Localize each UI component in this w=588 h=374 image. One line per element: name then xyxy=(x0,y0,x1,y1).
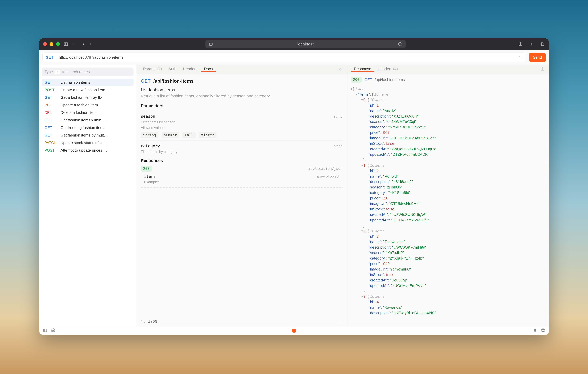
param-category: categorystringFilter items by category xyxy=(141,141,343,156)
route-label: Create a new fashion item xyxy=(61,88,105,92)
docs-heading-path: /api/fashion-items xyxy=(153,78,194,84)
sidebar-route-2[interactable]: GETGet a fashion item by ID xyxy=(42,94,134,101)
export-response-icon[interactable] xyxy=(540,66,546,72)
svg-rect-0 xyxy=(64,43,68,46)
route-method: GET xyxy=(44,133,58,137)
sidebar-route-9[interactable]: POSTAttempt to update prices … xyxy=(42,147,134,154)
route-method: GET xyxy=(44,118,58,122)
format-select[interactable]: JSON xyxy=(148,319,157,324)
json-line: "price": -940 xyxy=(350,261,546,266)
center-panel: Params(2)AuthHeadersDocs GET /api/fashio… xyxy=(136,65,347,326)
site-info-icon[interactable] xyxy=(208,41,214,47)
magic-wand-icon[interactable] xyxy=(338,66,343,72)
json-line: "updatedAt": "xUOnMvttEmPVvh" xyxy=(350,283,546,288)
response-panel: ResponseHeaders(4) 200 GET /api/fashion-… xyxy=(347,65,549,326)
json-line: "createdAt": "hU8WIcSwN0UtgW" xyxy=(350,212,546,217)
json-line: ▾{ 1 item xyxy=(350,86,546,92)
response-tab-headers[interactable]: Headers(4) xyxy=(374,67,401,72)
routes-search-input[interactable]: Type / to search routes xyxy=(42,67,134,76)
tabs-overview-icon[interactable] xyxy=(539,41,545,47)
json-line: "name": "Toluwalase" xyxy=(350,239,546,245)
request-row: GET http://localhost:8787/api/fashion-it… xyxy=(39,50,549,65)
json-line: "name": "Kawanda" xyxy=(350,305,546,310)
route-label: Update stock status of a … xyxy=(61,141,107,145)
docs-title: List fashion items xyxy=(141,87,343,92)
parameters-heading: Parameters xyxy=(141,103,343,108)
svg-rect-9 xyxy=(340,321,342,323)
route-label: Get a fashion item by ID xyxy=(61,95,102,100)
param-type: string xyxy=(334,114,343,119)
maximize-window[interactable] xyxy=(56,42,60,46)
route-method: DEL xyxy=(44,110,58,115)
url-history-chevron-icon[interactable]: ⌃⌄ xyxy=(518,55,523,59)
json-line: "description": "481I6addJ" xyxy=(350,179,546,185)
responses-heading: Responses xyxy=(141,158,343,163)
response-tab-response[interactable]: Response xyxy=(351,67,374,72)
sidebar-route-6[interactable]: GETGet trending fashion items xyxy=(42,124,134,132)
route-method: POST xyxy=(44,88,58,92)
json-line: } xyxy=(350,288,546,294)
response-code-badge: 200 xyxy=(141,166,152,172)
route-label: Get fashion items within … xyxy=(61,118,106,122)
sidebar-toggle-icon[interactable] xyxy=(63,41,69,47)
send-button[interactable]: Send xyxy=(529,53,546,62)
docs-footer: ⌃⌄ JSON xyxy=(136,317,347,326)
panel-toggle-icon[interactable] xyxy=(43,328,47,333)
json-line: "description": "UWC6QKF7mH9d" xyxy=(350,245,546,250)
format-chevron-icon[interactable]: ⌃⌄ xyxy=(140,319,146,324)
request-tab-params[interactable]: Params(2) xyxy=(140,67,165,72)
settings-icon[interactable] xyxy=(51,328,55,333)
request-tab-headers[interactable]: Headers xyxy=(180,67,201,72)
github-icon[interactable] xyxy=(541,328,545,333)
discord-icon[interactable] xyxy=(533,328,537,333)
request-url-input[interactable]: GET http://localhost:8787/api/fashion-it… xyxy=(42,53,526,62)
allowed-value-chip: Fall xyxy=(182,132,196,138)
share-icon[interactable] xyxy=(518,41,523,47)
json-line: "name": "Adaliz" xyxy=(350,108,546,114)
app-status-indicator[interactable] xyxy=(55,329,533,332)
allowed-values-label: Allowed values: xyxy=(141,126,343,130)
search-prefix: Type xyxy=(44,70,53,74)
collapse-caret-icon[interactable]: ▾ xyxy=(361,163,363,168)
sidebar-route-0[interactable]: GETList fashion items xyxy=(42,79,134,86)
slash-key-hint: / xyxy=(55,70,60,74)
sidebar-route-3[interactable]: PUTUpdate a fashion item xyxy=(42,101,134,109)
docs-panel: GET /api/fashion-items List fashion item… xyxy=(136,74,347,317)
collapse-caret-icon[interactable]: ▾ xyxy=(361,229,363,233)
response-summary: 200 GET /api/fashion-items xyxy=(347,74,549,86)
docs-description: Retrieve a list of fashion items, option… xyxy=(141,94,343,99)
response-example-label: Example: xyxy=(144,180,339,184)
param-type: string xyxy=(334,144,343,148)
collapse-caret-icon[interactable]: ▾ xyxy=(361,98,363,102)
copy-icon[interactable] xyxy=(338,319,343,324)
close-window[interactable] xyxy=(43,42,47,46)
sidebar-route-8[interactable]: PATCHUpdate stock status of a … xyxy=(42,139,134,147)
json-line: "updatedAt": "DTZHtA6tnmU2ADK" xyxy=(350,152,546,157)
dropdown-chevron-icon[interactable] xyxy=(72,41,75,47)
svg-point-14 xyxy=(535,330,535,330)
route-method: GET xyxy=(44,126,58,130)
collapse-caret-icon[interactable]: ▾ xyxy=(350,87,353,91)
new-tab-icon[interactable] xyxy=(529,41,534,47)
request-tab-auth[interactable]: Auth xyxy=(165,67,180,72)
json-line: "season": "zjTsbU6" xyxy=(350,185,546,190)
json-line: } xyxy=(350,223,546,228)
json-line: "imageUrl": "OT25dwd4o9M4" xyxy=(350,201,546,206)
sidebar-route-1[interactable]: POSTCreate a new fashion item xyxy=(42,86,134,94)
collapse-caret-icon[interactable]: ▾ xyxy=(361,294,363,299)
reload-icon[interactable] xyxy=(397,41,403,47)
response-json-viewer[interactable]: ▾{ 1 item▾"items": [ 10 items▾0: { 10 it… xyxy=(347,86,549,326)
sidebar-route-4[interactable]: DELDelete a fashion item xyxy=(42,109,134,116)
svg-rect-2 xyxy=(210,43,212,45)
json-line: "description": "gKEwIyBi1eBUHpbXNS" xyxy=(350,310,546,316)
request-tab-docs[interactable]: Docs xyxy=(201,67,216,72)
back-icon[interactable] xyxy=(81,41,86,47)
minimize-window[interactable] xyxy=(50,42,53,46)
request-method-select[interactable]: GET xyxy=(46,55,53,60)
route-method: PUT xyxy=(44,103,58,107)
browser-address-bar[interactable]: localhost xyxy=(205,40,406,48)
collapse-caret-icon[interactable]: ▾ xyxy=(355,92,358,97)
sidebar-route-7[interactable]: GETGet fashion items by mult… xyxy=(42,132,134,139)
sidebar-route-5[interactable]: GETGet fashion items within … xyxy=(42,116,134,124)
json-line: "price": 128 xyxy=(350,196,546,201)
